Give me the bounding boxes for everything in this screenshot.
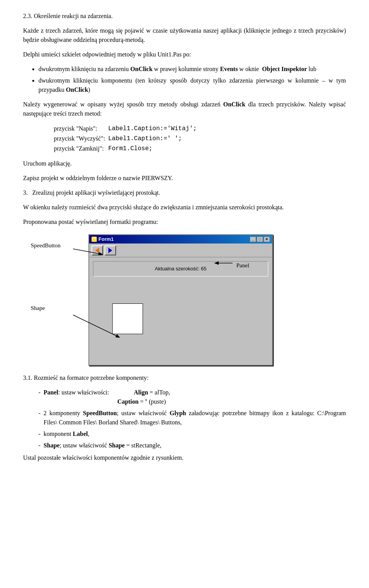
code-row-2: przycisk "Wyczyść": Label1.Caption:=' '; xyxy=(54,134,200,144)
form-toolbar xyxy=(89,243,272,257)
shape-rectangle xyxy=(112,303,143,334)
dash-2: - xyxy=(38,409,40,427)
component-shape: - Shape; ustaw właściwość Shape = stRect… xyxy=(38,441,346,450)
para-form: Proponowana postać wyświetlanej formatki… xyxy=(23,217,346,227)
button-label-1: przycisk "Napis": xyxy=(54,124,108,134)
component-panel: - Panel: ustaw właściwości: Align = alTo… xyxy=(38,388,346,406)
arrow-right-icon xyxy=(108,248,112,253)
code-block: przycisk "Napis": Label1.Caption:='Witaj… xyxy=(54,124,346,154)
form-titlebar: 🗔 Form1 _ □ ✕ xyxy=(89,235,272,243)
component-speedbutton: - 2 komponenty SpeedButton; ustaw właści… xyxy=(38,409,346,427)
document-body: 2.3. Określenie reakcji na zdarzenia. Ka… xyxy=(23,12,346,462)
para2: Delphi umieści szkielet odpowiedniej met… xyxy=(23,50,346,59)
para3: Należy wygenerować w opisany wyżej sposó… xyxy=(23,100,346,118)
code-row-1: przycisk "Napis": Label1.Caption:='Witaj… xyxy=(54,124,200,134)
speedbutton-right[interactable] xyxy=(105,245,116,255)
components-list: - Panel: ustaw właściwości: Align = alTo… xyxy=(38,388,346,450)
dash-4: - xyxy=(38,441,40,450)
final-para: Ustal pozostałe właściwości komponentów … xyxy=(23,453,346,462)
form-icon: 🗔 xyxy=(91,237,97,242)
panel-text: Aktualna szerokość: 65 xyxy=(155,265,206,273)
component-shape-desc: Shape; ustaw właściwość Shape = stRectan… xyxy=(43,441,161,450)
section3-heading: 3. Zrealizuj projekt aplikacji wyświetla… xyxy=(23,188,346,197)
para1: Każde z trzech zdarzeń, które mogą się p… xyxy=(23,26,346,45)
section31-heading: 3.1. Rozmieść na formatce potrzebne komp… xyxy=(23,373,346,383)
code-value-1: Label1.Caption:='Witaj'; xyxy=(108,124,199,134)
code-value-3: Form1.Close; xyxy=(108,144,199,154)
dash-1: - xyxy=(38,388,40,406)
para-run: Uruchom aplikację. xyxy=(23,159,346,168)
form-preview-wrapper: SpeedButton Shape 🗔 Form1 xyxy=(31,234,346,366)
titlebar-buttons: _ □ ✕ xyxy=(250,237,270,242)
bullet-item-2: dwukrotnym kliknięciu komponentu (ten kr… xyxy=(38,76,346,94)
section-heading-23: 2.3. Określenie reakcji na zdarzenia. xyxy=(23,12,346,21)
code-row-3: przycisk "Zamknij": Form1.Close; xyxy=(54,144,200,154)
arrow-left-icon xyxy=(95,248,99,253)
bullet-list: dwukrotnym kliknięciu na zdarzeniu OnCli… xyxy=(38,65,346,94)
dash-3: - xyxy=(38,429,40,439)
form-body: Aktualna szerokość: 65 xyxy=(89,257,272,365)
code-value-2: Label1.Caption:=' '; xyxy=(108,134,199,144)
speedbutton-left[interactable] xyxy=(91,245,103,255)
minimize-button[interactable]: _ xyxy=(250,237,256,242)
annotation-labels: SpeedButton Shape xyxy=(31,234,77,312)
form-title-text: Form1 xyxy=(98,235,114,243)
component-speedbutton-desc: 2 komponenty SpeedButton; ustaw właściwo… xyxy=(43,409,346,427)
maximize-button[interactable]: □ xyxy=(257,237,263,242)
form-window: 🗔 Form1 _ □ ✕ xyxy=(88,234,273,366)
bullet-item-1: dwukrotnym kliknięciu na zdarzeniu OnCli… xyxy=(38,65,346,74)
component-label: - komponent Label, xyxy=(38,429,346,439)
speedbutton-label: SpeedButton xyxy=(31,241,61,250)
panel-annotation: Panel xyxy=(236,261,249,270)
para-rect: W okienku należy rozmieścić dwa przycisk… xyxy=(23,203,346,212)
button-label-2: przycisk "Wyczyść": xyxy=(54,134,108,144)
component-label-desc: komponent Label, xyxy=(43,429,89,439)
close-button[interactable]: ✕ xyxy=(264,237,270,242)
titlebar-left: 🗔 Form1 xyxy=(91,235,114,243)
shape-label: Shape xyxy=(31,304,45,313)
para-save: Zapisz projekt w oddzielnym folderze o n… xyxy=(23,174,346,183)
button-label-3: przycisk "Zamknij": xyxy=(54,144,108,154)
component-panel-desc: Panel: ustaw właściwości: Align = alTop,… xyxy=(43,388,170,406)
